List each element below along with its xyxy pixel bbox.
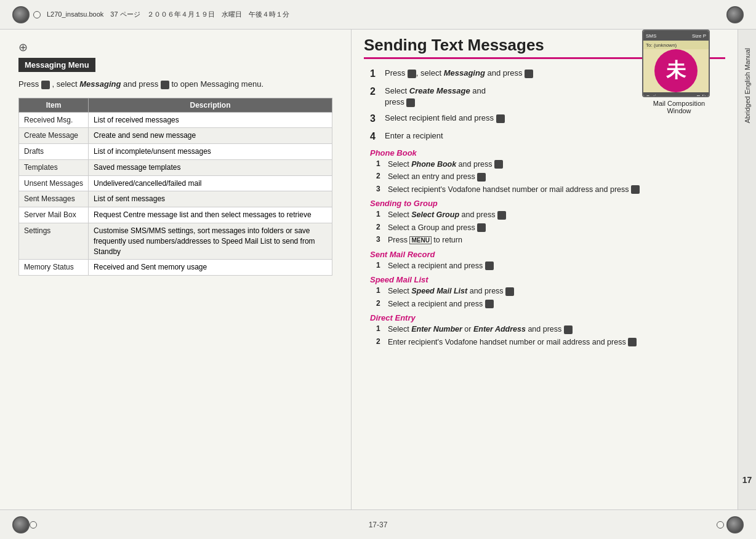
key-icon-2 — [161, 81, 169, 89]
group-step-1: 1 Select Select Group and press — [376, 210, 725, 221]
phone-screen-content: 未 — [643, 49, 709, 92]
top-bar: L270_insatsu.book 37 ページ ２００６年４月１９日 水曜日 … — [0, 0, 756, 30]
right-sidebar: Abridged English Manual 17 — [738, 30, 756, 509]
subsection-sending-group: Sending to Group — [370, 199, 725, 208]
table-cell-description: List of incomplete/unsent messages — [89, 144, 332, 160]
menu-table: Item Description Received Msg.List of re… — [18, 98, 332, 276]
table-cell-item: Server Mail Box — [19, 207, 89, 223]
phone-footer: Options Edit — [643, 92, 709, 97]
mail-caption: Mail Composition Window — [642, 100, 716, 114]
key-icon-g2 — [477, 223, 486, 232]
section-header: Messaging Menu — [18, 58, 95, 72]
top-right-ornament — [726, 6, 744, 23]
phone-address-bar: To: (unknown) — [643, 41, 709, 49]
table-cell-description: Undelivered/cancelled/failed mail — [89, 175, 332, 191]
bottom-left-ornament — [12, 516, 30, 533]
bullet-dot-bottom-2 — [717, 521, 724, 529]
table-row: Sent MessagesList of sent messages — [19, 191, 332, 207]
phonebook-step-3: 3 Select recipient's Vodafone handset nu… — [376, 185, 725, 196]
key-icon-sml1 — [505, 287, 514, 296]
table-cell-item: Create Message — [19, 128, 89, 144]
top-bar-text: L270_insatsu.book 37 ページ ２００６年４月１９日 水曜日 … — [47, 10, 289, 19]
step-4: 4 Enter a recipient — [370, 130, 725, 143]
key-icon-sml2 — [485, 300, 494, 308]
sidebar-number: 17 — [742, 475, 752, 485]
speedmail-step-2: 2 Select a recipient and press — [376, 299, 725, 310]
table-cell-description: List of sent messages — [89, 191, 332, 207]
col-item: Item — [19, 98, 89, 112]
table-cell-description: Received and Sent memory usage — [89, 260, 332, 276]
table-row: SettingsCustomise SMS/MMS settings, sort… — [19, 223, 332, 260]
key-icon-s1 — [408, 70, 416, 78]
table-row: DraftsList of incomplete/unsent messages — [19, 144, 332, 160]
table-cell-item: Memory Status — [19, 260, 89, 276]
step-4-text: Enter a recipient — [385, 130, 443, 142]
table-cell-item: Settings — [19, 223, 89, 260]
phone-screen: SMS Size P To: (unknown) 未 Options Edit — [642, 30, 710, 97]
table-row: TemplatesSaved message templates — [19, 159, 332, 175]
right-panel: Sending Text Messages SMS Size P To: (un… — [351, 30, 738, 509]
table-cell-item: Templates — [19, 159, 89, 175]
step-3-text: Select recipient field and press — [385, 113, 505, 124]
bottom-bar: 17-37 — [0, 509, 756, 539]
table-cell-description: Create and send new message — [89, 128, 332, 144]
table-cell-item: Received Msg. — [19, 112, 89, 128]
group-step-2: 2 Select a Group and press — [376, 223, 725, 234]
phonebook-step-2: 2 Select an entry and press — [376, 172, 725, 183]
group-step-3: 3 Press MENU to return — [376, 235, 725, 246]
table-row: Server Mail BoxRequest Centre message li… — [19, 207, 332, 223]
table-cell-description: List of received messages — [89, 112, 332, 128]
key-icon-s1b — [525, 70, 533, 78]
step-2-text: Select Create Message andpress — [385, 86, 486, 108]
kanji-circle: 未 — [654, 49, 698, 92]
col-description: Description — [89, 98, 332, 112]
subsection-sent-mail: Sent Mail Record — [370, 250, 725, 259]
sidebar-label: Abridged English Manual — [744, 48, 751, 123]
direct-step-2: 2 Enter recipient's Vodafone handset num… — [376, 337, 725, 348]
intro-text: Press , select Messaging and press to op… — [18, 78, 332, 90]
table-cell-item: Unsent Messages — [19, 175, 89, 191]
press-label: Press — [18, 79, 41, 89]
crosshair-left: ⊕ — [18, 42, 28, 53]
step-1-text: Press , select Messaging and press — [385, 68, 533, 79]
bullet-dot-bottom-1 — [30, 521, 37, 529]
table-cell-description: Customise SMS/MMS settings, sort message… — [89, 223, 332, 260]
main-content: ⊕ Messaging Menu Press , select Messagin… — [0, 30, 756, 509]
key-icon-pb2 — [477, 173, 486, 182]
key-icon-1 — [41, 81, 50, 89]
subsection-speed-mail: Speed Mail List — [370, 275, 725, 284]
table-row: Create MessageCreate and send new messag… — [19, 128, 332, 144]
table-cell-item: Sent Messages — [19, 191, 89, 207]
speedmail-step-1: 1 Select Speed Mail List and press — [376, 286, 725, 297]
phone-screen-header: SMS Size P — [643, 31, 709, 41]
bottom-right-ornament — [726, 516, 744, 533]
key-icon-g1 — [497, 211, 506, 220]
table-cell-description: Saved message templates — [89, 159, 332, 175]
key-icon-de2 — [628, 338, 637, 346]
table-cell-item: Drafts — [19, 144, 89, 160]
key-icon-pb3 — [631, 185, 640, 194]
key-icon-pb1 — [494, 160, 503, 169]
messaging-label: Messaging — [79, 79, 121, 89]
key-icon-sm1 — [485, 262, 494, 270]
key-icon-s2 — [406, 98, 415, 107]
phonebook-step-1: 1 Select Phone Book and press — [376, 159, 725, 170]
subsection-direct-entry: Direct Entry — [370, 313, 725, 322]
table-row: Unsent MessagesUndelivered/cancelled/fai… — [19, 175, 332, 191]
direct-step-1: 1 Select Enter Number or Enter Address a… — [376, 324, 725, 335]
key-icon-s3 — [496, 114, 505, 123]
table-row: Received Msg.List of received messages — [19, 112, 332, 128]
sentmail-step-1: 1 Select a recipient and press — [376, 261, 725, 272]
key-icon-de1 — [564, 325, 573, 334]
page: L270_insatsu.book 37 ページ ２００６年４月１９日 水曜日 … — [0, 0, 756, 539]
top-left-ornament — [12, 6, 30, 23]
phone-mockup: SMS Size P To: (unknown) 未 Options Edit … — [642, 30, 716, 128]
subsection-phonebook: Phone Book — [370, 148, 725, 158]
left-panel: ⊕ Messaging Menu Press , select Messagin… — [0, 30, 351, 509]
table-row: Memory StatusReceived and Sent memory us… — [19, 260, 332, 276]
page-num: 17-37 — [369, 521, 388, 529]
table-cell-description: Request Centre message list and then sel… — [89, 207, 332, 223]
bullet-dot-1 — [33, 11, 41, 18]
